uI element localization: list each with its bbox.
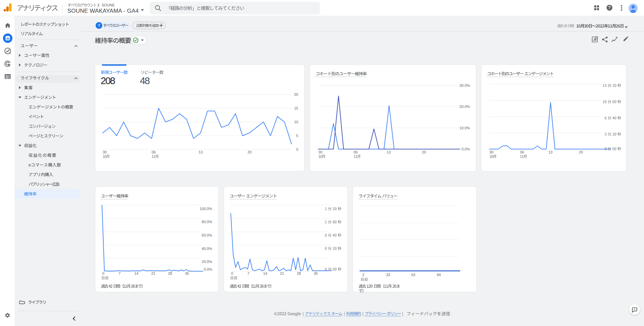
svg-text:?: ? [608,5,610,10]
